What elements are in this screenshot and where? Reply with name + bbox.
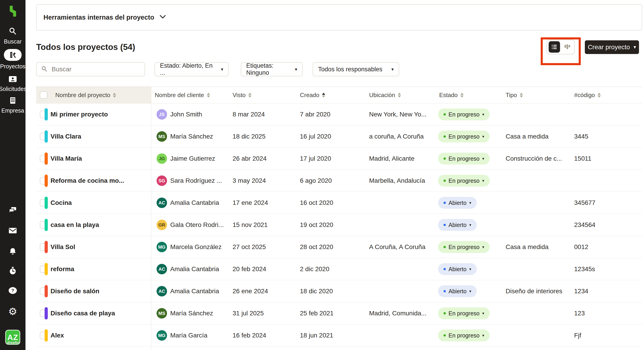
column-header-estado[interactable]: Estado (439, 87, 464, 103)
create-project-button[interactable]: Crear proyecto ▾ (585, 40, 639, 54)
column-header-creado[interactable]: Creado (300, 87, 325, 103)
table-row[interactable]: Villa Sol MG Marcela González 27 oct 202… (36, 236, 642, 258)
project-name[interactable]: Villa María (50, 148, 148, 169)
status-badge[interactable]: En progreso ▾ (438, 153, 490, 164)
project-name[interactable]: Mi primer proyecto (50, 103, 148, 125)
chevron-down-icon (159, 15, 166, 20)
column-header-ubicacion[interactable]: Ubicación (369, 87, 401, 103)
column-header-tipo[interactable]: Tipo (506, 87, 523, 103)
sidebar-item-solicitudes[interactable]: Solicitudes (0, 76, 26, 92)
search-input[interactable] (51, 65, 140, 73)
column-header-proyecto[interactable]: Nombre del proyecto (55, 87, 116, 103)
client-name: María Sánchez (170, 125, 232, 147)
sidebar-item-buscar[interactable]: Buscar (0, 27, 26, 45)
etiquetas-filter[interactable]: Etiquetas: Ninguno ▾ (241, 62, 303, 76)
status-badge[interactable]: En progreso ▾ (438, 307, 490, 319)
sidebar-tool-notifications[interactable] (0, 247, 26, 256)
list-view-button[interactable] (549, 41, 560, 53)
project-name[interactable]: Cocina (50, 192, 148, 214)
status-badge[interactable]: En progreso ▾ (438, 241, 490, 253)
status-badge[interactable]: En progreso ▾ (438, 131, 490, 142)
project-name[interactable] (50, 346, 148, 350)
table-row[interactable]: ▾ (36, 346, 642, 350)
sidebar-item-label: Empresa (1, 107, 24, 114)
ubicacion-cell: A Coruña, A Coruña (369, 236, 437, 258)
project-color-bar (44, 241, 48, 253)
project-switcher-label: Herramientas internas del proyecto (44, 14, 154, 21)
table-row[interactable]: Alex MG María García 16 feb 2024 18 jun … (36, 324, 642, 346)
table-row[interactable]: Reforma de cocina mo... SG Sara Rodrígue… (36, 170, 642, 192)
project-name[interactable]: reforma (50, 258, 148, 280)
projects-table: Nombre del proyecto Nombre del cliente V… (36, 87, 642, 350)
status-badge[interactable]: Abierto ▾ (438, 219, 477, 231)
column-header-visto[interactable]: Visto (232, 87, 252, 103)
status-badge[interactable]: En progreso ▾ (438, 329, 490, 341)
project-name[interactable]: Diseño de salón (50, 280, 148, 302)
sidebar-tool-timer[interactable] (0, 267, 26, 276)
client-name: Amalia Cantabria (170, 258, 232, 280)
column-header-codigo[interactable]: #código (574, 87, 601, 103)
client-name: Jaime Gutierrez (170, 148, 232, 169)
sidebar-item-empresa[interactable]: Empresa (0, 97, 26, 114)
creado-cell: 17 jul 2020 (300, 148, 366, 169)
caret-down-icon: ▾ (469, 267, 471, 272)
project-name[interactable]: Villa Sol (50, 236, 148, 258)
client-name: John Smith (170, 103, 232, 125)
sort-icon (248, 93, 252, 98)
table-row[interactable]: reforma AC Amalia Cantabria 20 feb 2024 … (36, 258, 642, 280)
search-icon (41, 66, 48, 73)
tipo-cell (506, 214, 572, 236)
sidebar-tool-settings[interactable]: ⚙ (0, 306, 26, 316)
client-avatar: GR (156, 220, 167, 230)
responsables-filter[interactable]: Todos los responsables ▾ (313, 62, 399, 76)
sidebar-tool-help[interactable]: ? (0, 287, 26, 295)
status-badge[interactable]: En progreso ▾ (438, 175, 490, 187)
table-row[interactable]: Diseño de salón AC Amalia Cantabria 26 e… (36, 280, 642, 302)
responsables-filter-label: Todos los responsables (318, 66, 382, 73)
table-row[interactable]: Diseño casa de playa MS María Sánchez 31… (36, 302, 642, 324)
caret-down-icon: ▾ (482, 179, 484, 183)
project-switcher[interactable]: Herramientas internas del proyecto (36, 4, 642, 31)
sort-icon (520, 93, 523, 98)
sidebar-tool-mail[interactable] (0, 227, 26, 235)
user-avatar[interactable]: AZ diseño (5, 330, 20, 345)
visto-cell: 8 mar 2024 (232, 103, 296, 125)
caret-down-icon: ▾ (469, 289, 471, 294)
create-project-label: Crear proyecto (588, 44, 630, 51)
creado-cell: 18 jun 2021 (300, 324, 366, 346)
status-badge[interactable]: Abierto ▾ (438, 285, 477, 297)
tipo-cell (506, 346, 572, 350)
houzz-logo-icon (8, 4, 18, 19)
select-all-checkbox[interactable] (40, 91, 47, 99)
caret-down-icon: ▾ (482, 156, 484, 161)
estado-filter[interactable]: Estado: Abierto, En ... ▾ (154, 62, 229, 76)
client-avatar: JS (156, 109, 167, 120)
caret-down-icon: ▾ (221, 67, 223, 72)
table-row[interactable]: casa en la playa GR Gala Otero Rodri... … (36, 214, 642, 236)
table-row[interactable]: Villa María JG Jaime Gutierrez 26 abr 20… (36, 148, 642, 170)
status-label: En progreso (448, 310, 480, 317)
status-badge[interactable]: Abierto ▾ (438, 263, 477, 275)
caret-down-icon: ▾ (392, 67, 394, 72)
houzz-logo[interactable] (0, 4, 26, 19)
status-badge[interactable]: En progreso ▾ (438, 108, 490, 120)
sidebar-item-proyectos[interactable]: Proyectos (0, 49, 26, 70)
codigo-cell: 3445 (574, 125, 640, 147)
project-name[interactable]: Reforma de cocina mo... (50, 170, 148, 192)
table-row[interactable]: Cocina AC Amalia Cantabria 17 ene 2024 1… (36, 192, 642, 214)
project-name[interactable]: Diseño casa de playa (50, 302, 148, 324)
project-name[interactable]: Villa Clara (50, 125, 148, 147)
board-view-button[interactable] (560, 44, 574, 50)
page-title: Todos los proyectos (54) (36, 42, 135, 52)
sidebar-tool-chat[interactable] (0, 206, 26, 215)
tipo-cell (506, 192, 572, 214)
status-badge[interactable]: Abierto ▾ (438, 197, 477, 209)
caret-down-icon: ▾ (482, 245, 484, 250)
table-row[interactable]: Villa Clara MS María Sánchez 18 dic 2025… (36, 125, 642, 148)
table-row[interactable]: Mi primer proyecto JS John Smith 8 mar 2… (36, 103, 642, 125)
project-name[interactable]: Alex (50, 324, 148, 346)
ubicacion-cell (369, 258, 437, 280)
column-header-cliente[interactable]: Nombre del cliente (155, 87, 210, 103)
project-name[interactable]: casa en la playa (50, 214, 148, 236)
visto-cell: 3 may 2024 (232, 170, 296, 192)
